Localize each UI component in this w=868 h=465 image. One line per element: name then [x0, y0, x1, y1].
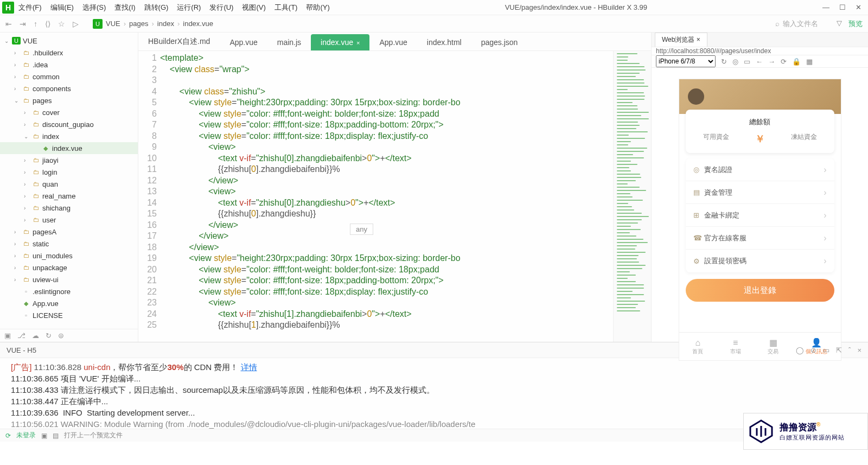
terminal-icon[interactable]: ▣ [4, 332, 11, 340]
clear-icon[interactable]: ⊘ [810, 346, 816, 354]
preview-button[interactable]: 预览 [848, 19, 863, 29]
tree-item[interactable]: ⌄🗀pages [0, 94, 138, 106]
target-icon[interactable]: ◎ [732, 58, 738, 66]
panel-status-icon[interactable]: ▤ [53, 432, 59, 439]
menu-item[interactable]: 运行(R) [177, 3, 201, 12]
login-status[interactable]: 未登录 [16, 431, 36, 440]
editor-tab[interactable]: index.vue× [311, 34, 369, 50]
lock-icon[interactable]: 🔒 [792, 58, 801, 66]
breadcrumb-item[interactable]: index.vue [183, 20, 213, 28]
tree-item[interactable]: ⌄🗀index [0, 130, 138, 142]
forward-icon[interactable]: → [768, 58, 775, 66]
tree-item[interactable]: ◆index.vue [0, 142, 138, 154]
close-console-icon[interactable]: × [857, 346, 861, 354]
collapse-up-icon[interactable]: ˆ [848, 346, 851, 354]
tree-item[interactable]: ›🗀.idea [0, 59, 138, 71]
user-menu-item[interactable]: ⚙設置提領密碼› [686, 250, 834, 272]
wrap-icon[interactable]: ▭ [823, 346, 829, 354]
menu-item[interactable]: 文件(F) [18, 3, 42, 12]
tree-item[interactable]: ›🗀jiaoyi [0, 154, 138, 166]
tree-item[interactable]: ⌄UVUE [0, 35, 138, 47]
collapse-icon[interactable]: ⟨⟩ [45, 20, 50, 28]
editor-tab[interactable]: App.vue [220, 34, 267, 50]
terminal-status-icon[interactable]: ▣ [41, 432, 47, 439]
breadcrumb-item[interactable]: VUE [106, 20, 120, 28]
maximize-icon[interactable]: ☐ [839, 3, 846, 11]
console-output[interactable]: [广告] 11:10:36.828 uni-cdn，帮你节省至少30%的 CDN… [0, 358, 868, 429]
refresh-icon[interactable]: ↻ [721, 58, 727, 66]
reload-icon[interactable]: ⟳ [781, 58, 787, 66]
editor-tab[interactable]: main.js [267, 34, 311, 50]
cloud-icon[interactable]: ☁ [32, 332, 39, 340]
tree-item[interactable]: ›🗀unpackage [0, 262, 138, 273]
sync-icon[interactable]: ↻ [46, 332, 52, 340]
tree-item[interactable]: ›🗀.hbuilderx [0, 47, 138, 59]
menu-item[interactable]: 视图(V) [242, 3, 265, 12]
user-menu-item[interactable]: ◎實名認證› [686, 158, 834, 181]
nav-up-icon[interactable]: ↑ [34, 20, 37, 28]
tree-item[interactable]: ›🗀uni_modules [0, 250, 138, 262]
minimap[interactable] [613, 51, 651, 342]
play-icon[interactable]: ▷ [73, 20, 79, 28]
user-menu-item[interactable]: ▤資金管理› [686, 181, 834, 204]
phone-tab-item[interactable]: ▦交易 [768, 337, 778, 355]
tree-item[interactable]: ▫LICENSE [0, 309, 138, 321]
back-icon[interactable]: ← [756, 58, 763, 66]
tree-item[interactable]: ›🗀pagesA [0, 226, 138, 238]
editor-tab[interactable]: pages.json [471, 34, 528, 50]
menu-item[interactable]: 查找(I) [114, 3, 135, 12]
file-tree[interactable]: ⌄UVUE›🗀.hbuilderx›🗀.idea›🗀common›🗀compon… [0, 33, 138, 329]
nav-back-icon[interactable]: ⇤ [5, 20, 12, 28]
tree-item[interactable]: ◆App.vue [0, 297, 138, 309]
close-icon[interactable]: ✕ [856, 3, 861, 11]
tree-item[interactable]: ›🗀cover [0, 106, 138, 118]
export-icon[interactable]: ⇱ [836, 346, 842, 354]
tree-item[interactable]: ›🗀user [0, 214, 138, 226]
menu-item[interactable]: 发行(U) [209, 3, 233, 12]
tree-item[interactable]: ›🗀static [0, 238, 138, 250]
nav-fwd-icon[interactable]: ⇥ [20, 20, 26, 28]
star-icon[interactable]: ☆ [58, 20, 65, 28]
code-editor[interactable]: 1234567891011121314151617181920212223242… [138, 51, 651, 342]
tree-item[interactable]: ›🗀real_name [0, 190, 138, 202]
code-content[interactable]: any <template> <view class="wrap"> <view… [160, 51, 613, 342]
user-menu-item[interactable]: ⊞金融卡綁定› [686, 204, 834, 227]
user-menu-item[interactable]: ☎官方在線客服› [686, 227, 834, 250]
chat-icon[interactable]: ⊜ [58, 332, 64, 340]
menu-item[interactable]: 编辑(E) [50, 3, 74, 12]
editor-tab[interactable]: App.vue [369, 34, 417, 50]
tree-item[interactable]: ›🗀login [0, 166, 138, 178]
preview-url[interactable]: http://localhost:8080/#/pages/user/index [652, 47, 868, 55]
stop-icon[interactable]: ◯ [796, 346, 804, 354]
editor-tab[interactable]: index.html [417, 34, 471, 50]
breadcrumb-item[interactable]: pages [129, 20, 148, 28]
git-icon[interactable]: ⎇ [17, 332, 25, 340]
phone-tab-item[interactable]: ⌂首頁 [692, 338, 703, 355]
minimize-icon[interactable]: — [822, 3, 829, 11]
tree-item[interactable]: ›🗀components [0, 82, 138, 94]
phone-tab-item[interactable]: ≡市場 [730, 338, 741, 355]
breadcrumb-item[interactable]: index [157, 20, 174, 28]
tree-item[interactable]: ›🗀uview-ui [0, 273, 138, 285]
menu-item[interactable]: 选择(S) [82, 3, 106, 12]
tree-item[interactable]: ▫.eslintignore [0, 285, 138, 297]
sync-status-icon[interactable]: ⟳ [5, 432, 11, 439]
menu-item[interactable]: 工具(T) [275, 3, 298, 12]
menu-item[interactable]: 跳转(G) [144, 3, 169, 12]
qr-icon[interactable]: ▦ [806, 58, 813, 66]
tree-item[interactable]: ›🗀common [0, 71, 138, 82]
tree-item[interactable]: ›🗀discount_gupiao [0, 118, 138, 130]
file-search[interactable]: ⌕ 输入文件名 [775, 19, 818, 29]
web-browser-tab[interactable]: Web浏览器 × [655, 33, 707, 47]
devtools-icon[interactable]: ▭ [744, 58, 750, 66]
avatar-icon[interactable] [688, 88, 704, 105]
close-tab-icon[interactable]: × [356, 40, 360, 46]
close-icon[interactable]: × [697, 36, 700, 43]
tree-item[interactable]: ›🗀shichang [0, 202, 138, 214]
device-select[interactable]: iPhone 6/7/8 [656, 55, 716, 67]
editor-tab[interactable]: HBuilderX自述.md [138, 33, 220, 50]
filter-icon[interactable]: ▽ [837, 19, 842, 29]
tree-item[interactable]: ›🗀quan [0, 178, 138, 190]
ad-link[interactable]: 详情 [241, 362, 257, 372]
menu-item[interactable]: 帮助(Y) [306, 3, 329, 12]
